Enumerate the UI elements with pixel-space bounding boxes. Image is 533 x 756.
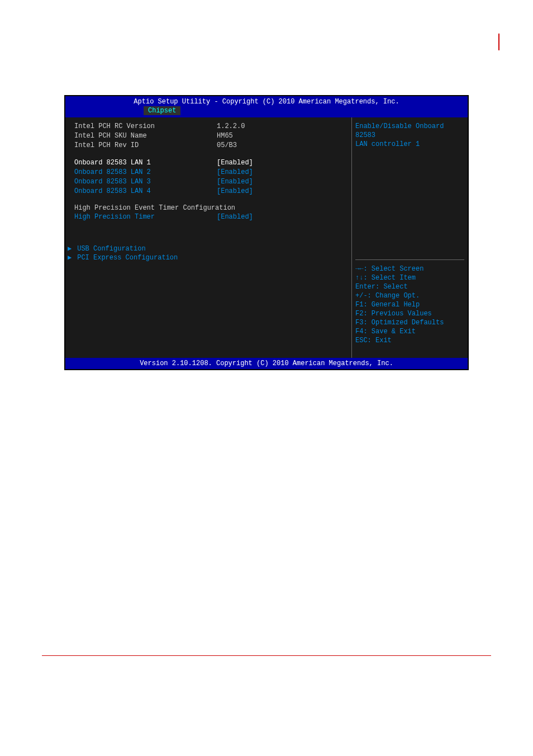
- nav-help-line: F1: General Help: [355, 300, 464, 309]
- submenu-pci-express-configuration[interactable]: ▶ PCI Express Configuration: [68, 253, 349, 262]
- nav-help-line: ↑↓: Select Item: [355, 273, 464, 282]
- nav-help-line: →←: Select Screen: [355, 264, 464, 273]
- nav-help-line: +/-: Change Opt.: [355, 291, 464, 300]
- setting-label: Onboard 82583 LAN 4: [68, 187, 217, 196]
- setting-label: Onboard 82583 LAN 3: [68, 177, 217, 186]
- bios-header: Aptio Setup Utility - Copyright (C) 2010…: [65, 96, 468, 117]
- info-label: Intel PCH Rev ID: [68, 141, 217, 150]
- bios-screen: Aptio Setup Utility - Copyright (C) 2010…: [64, 95, 469, 370]
- info-row: Intel PCH Rev ID 05/B3: [68, 141, 349, 150]
- setting-value: [Enabled]: [217, 177, 253, 186]
- bios-tab-row: Chipset: [65, 106, 468, 116]
- submenu-label: PCI Express Configuration: [77, 254, 178, 262]
- setting-label: Onboard 82583 LAN 2: [68, 168, 217, 177]
- setting-lan4[interactable]: Onboard 82583 LAN 4 [Enabled]: [68, 187, 349, 196]
- setting-lan1[interactable]: Onboard 82583 LAN 1 [Enabled]: [68, 158, 349, 167]
- tab-chipset[interactable]: Chipset: [144, 106, 180, 115]
- help-divider: [355, 259, 464, 260]
- help-line: LAN controller 1: [355, 140, 464, 149]
- bios-title: Aptio Setup Utility - Copyright (C) 2010…: [65, 97, 468, 106]
- bios-footer: Version 2.10.1208. Copyright (C) 2010 Am…: [65, 358, 468, 369]
- info-label: Intel PCH RC Version: [68, 122, 217, 131]
- setting-value: [Enabled]: [217, 187, 253, 196]
- info-label: Intel PCH SKU Name: [68, 131, 217, 140]
- info-row: Intel PCH RC Version 1.2.2.0: [68, 122, 349, 131]
- setting-label: High Precision Timer: [68, 212, 217, 221]
- setting-lan2[interactable]: Onboard 82583 LAN 2 [Enabled]: [68, 168, 349, 177]
- submenu-arrow-icon: ▶: [68, 244, 73, 253]
- submenu-usb-configuration[interactable]: ▶ USB Configuration: [68, 244, 349, 253]
- help-text: Enable/Disable Onboard 82583 LAN control…: [355, 122, 464, 149]
- hpet-section-header: High Precision Event Timer Configuration: [68, 204, 349, 212]
- info-value: 1.2.2.0: [217, 122, 245, 131]
- setting-value: [Enabled]: [217, 158, 253, 167]
- setting-hpet[interactable]: High Precision Timer [Enabled]: [68, 212, 349, 221]
- nav-help-line: Enter: Select: [355, 282, 464, 291]
- setting-value: [Enabled]: [217, 212, 253, 221]
- page-edge-marker: [498, 34, 499, 50]
- setting-value: [Enabled]: [217, 168, 253, 177]
- bios-left-pane: Intel PCH RC Version 1.2.2.0 Intel PCH S…: [65, 117, 352, 358]
- info-value: 05/B3: [217, 141, 237, 150]
- setting-label: Onboard 82583 LAN 1: [68, 158, 217, 167]
- nav-help-line: F2: Previous Values: [355, 309, 464, 318]
- page-footer-bar: [42, 655, 491, 664]
- nav-help-line: F3: Optimized Defaults: [355, 318, 464, 327]
- submenu-arrow-icon: ▶: [68, 253, 73, 262]
- nav-help-line: F4: Save & Exit: [355, 327, 464, 336]
- help-line: Enable/Disable Onboard 82583: [355, 122, 464, 140]
- bios-right-pane: Enable/Disable Onboard 82583 LAN control…: [352, 117, 468, 358]
- info-row: Intel PCH SKU Name HM65: [68, 131, 349, 140]
- bios-body: Intel PCH RC Version 1.2.2.0 Intel PCH S…: [65, 117, 468, 358]
- submenu-label: USB Configuration: [77, 245, 145, 253]
- setting-lan3[interactable]: Onboard 82583 LAN 3 [Enabled]: [68, 177, 349, 186]
- nav-help: →←: Select Screen ↑↓: Select Item Enter:…: [355, 264, 464, 345]
- nav-help-line: ESC: Exit: [355, 336, 464, 345]
- info-value: HM65: [217, 131, 233, 140]
